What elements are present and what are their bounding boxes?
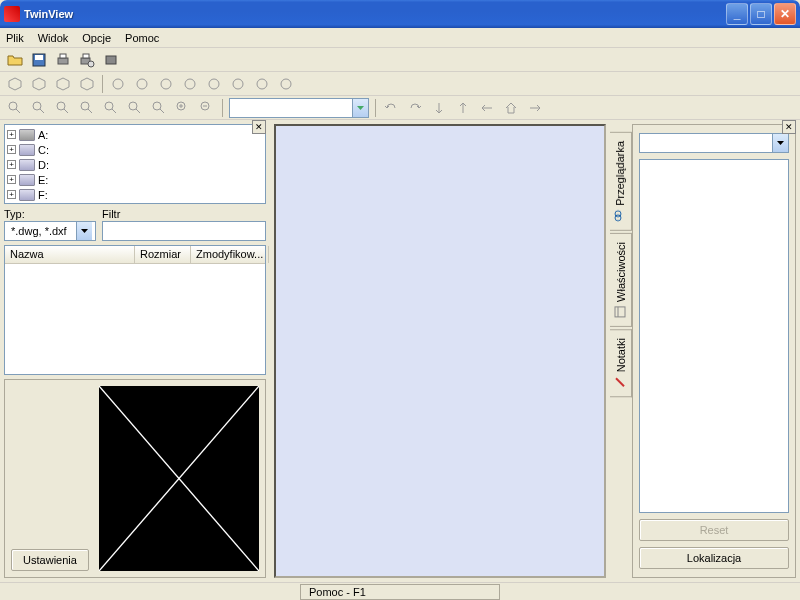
zoom7-icon[interactable] [150,99,168,117]
zoom4-icon[interactable] [78,99,96,117]
drive-item-e[interactable]: +E: [7,172,263,187]
svg-point-38 [616,211,622,217]
lokalizacja-button[interactable]: Lokalizacja [639,547,789,569]
tab-notatki[interactable]: Notatki [610,329,632,397]
print-icon[interactable] [54,51,72,69]
svg-point-20 [57,102,65,110]
menu-opcje[interactable]: Opcje [82,32,111,44]
col-zmod[interactable]: Zmodyfikow... [191,246,269,263]
cube2-icon[interactable] [30,75,48,93]
panel-close-right[interactable]: ✕ [782,120,796,134]
redo-icon[interactable] [406,99,424,117]
svg-rect-7 [106,56,116,64]
svg-point-28 [153,102,161,110]
col-nazwa[interactable]: Nazwa [5,246,135,263]
shade3-icon[interactable] [157,75,175,93]
right-combo[interactable] [639,133,789,153]
zoom1-icon[interactable] [6,99,24,117]
drive-item-a[interactable]: +A: [7,127,263,142]
minimize-button[interactable]: _ [726,3,748,25]
svg-rect-39 [616,307,626,317]
zoom-in-icon[interactable] [174,99,192,117]
left-panel: ✕ +A: +C: +D: +E: +F: Typ: *.dwg, *.dxf … [0,120,270,582]
window-icon[interactable] [102,51,120,69]
shade7-icon[interactable] [253,75,271,93]
shade2-icon[interactable] [133,75,151,93]
typ-combo[interactable]: *.dwg, *.dxf [4,221,96,241]
svg-rect-1 [35,55,43,60]
svg-point-11 [185,79,195,89]
open-icon[interactable] [6,51,24,69]
svg-point-24 [105,102,113,110]
zoom2-icon[interactable] [30,99,48,117]
zoom3-icon[interactable] [54,99,72,117]
preview-panel: Ustawienia [4,379,266,578]
status-help: Pomoc - F1 [300,584,500,600]
pan-right-icon[interactable] [526,99,544,117]
drive-item-f[interactable]: +F: [7,187,263,202]
svg-rect-2 [58,58,68,64]
svg-point-6 [88,61,94,67]
shade1-icon[interactable] [109,75,127,93]
file-list[interactable]: Nazwa Rozmiar Zmodyfikow... [4,245,266,375]
settings-button[interactable]: Ustawienia [11,549,89,571]
shade4-icon[interactable] [181,75,199,93]
menubar: Plik Widok Opcje Pomoc [0,28,800,48]
right-listbox[interactable] [639,159,789,513]
menu-widok[interactable]: Widok [38,32,69,44]
zoom5-icon[interactable] [102,99,120,117]
pan-left-icon[interactable] [478,99,496,117]
right-panel: ✕ Przeglądarka Właściwości Notatki Reset… [610,120,800,582]
svg-point-22 [81,102,89,110]
shade5-icon[interactable] [205,75,223,93]
window-title: TwinView [24,8,726,20]
zoom-out-icon[interactable] [198,99,216,117]
toolbar-view [0,72,800,96]
canvas[interactable] [274,124,606,578]
svg-point-12 [209,79,219,89]
cube3-icon[interactable] [54,75,72,93]
svg-point-18 [33,102,41,110]
drive-item-d[interactable]: +D: [7,157,263,172]
drive-item-c[interactable]: +C: [7,142,263,157]
svg-line-23 [88,109,92,113]
save-icon[interactable] [30,51,48,69]
maximize-button[interactable]: □ [750,3,772,25]
shade8-icon[interactable] [277,75,295,93]
panel-close-left[interactable]: ✕ [252,120,266,134]
app-icon [4,6,20,22]
undo-icon[interactable] [382,99,400,117]
svg-line-19 [40,109,44,113]
zoom-combo[interactable] [229,98,369,118]
pan-down-icon[interactable] [430,99,448,117]
svg-line-21 [64,109,68,113]
svg-point-9 [137,79,147,89]
toolbar-file [0,48,800,72]
statusbar: Pomoc - F1 [0,582,800,600]
svg-point-13 [233,79,243,89]
drive-tree[interactable]: +A: +C: +D: +E: +F: [4,124,266,204]
svg-line-17 [16,109,20,113]
shade6-icon[interactable] [229,75,247,93]
pan-up-icon[interactable] [454,99,472,117]
tab-przegladarka[interactable]: Przeglądarka [610,132,632,231]
close-button[interactable]: ✕ [774,3,796,25]
filtr-input[interactable] [102,221,266,241]
zoom6-icon[interactable] [126,99,144,117]
cube-icon[interactable] [6,75,24,93]
pan-home-icon[interactable] [502,99,520,117]
tab-wlasciwosci[interactable]: Właściwości [610,233,632,327]
menu-plik[interactable]: Plik [6,32,24,44]
filtr-label: Filtr [102,208,266,220]
reset-button[interactable]: Reset [639,519,789,541]
svg-rect-3 [60,54,66,58]
print-setup-icon[interactable] [78,51,96,69]
menu-pomoc[interactable]: Pomoc [125,32,159,44]
svg-line-27 [136,109,140,113]
toolbar-zoom [0,96,800,120]
cube4-icon[interactable] [78,75,96,93]
col-rozmiar[interactable]: Rozmiar [135,246,191,263]
typ-label: Typ: [4,208,96,220]
svg-point-8 [113,79,123,89]
svg-point-10 [161,79,171,89]
